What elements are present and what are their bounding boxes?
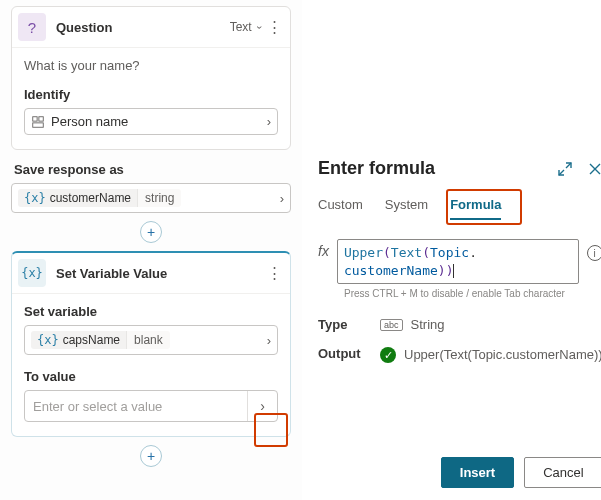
entity-icon: [31, 115, 45, 129]
question-card-header: ? Question Text › ⋮: [12, 7, 290, 48]
output-row: Output ✓ Upper(Text(Topic.customerName)): [318, 346, 601, 364]
panel-tabs: Custom System Formula: [318, 197, 601, 221]
identify-value: Person name: [51, 114, 128, 129]
output-label: Output: [318, 346, 380, 361]
svg-rect-2: [33, 122, 44, 126]
info-icon[interactable]: i: [587, 245, 601, 261]
more-menu-icon[interactable]: ⋮: [267, 264, 282, 282]
cancel-button[interactable]: Cancel: [524, 457, 601, 488]
tab-custom[interactable]: Custom: [318, 197, 363, 220]
variable-name: customerName: [50, 191, 131, 205]
panel-header-actions: [557, 161, 601, 177]
identify-entity-picker[interactable]: Person name ›: [24, 108, 278, 135]
set-variable-title: Set Variable Value: [56, 266, 267, 281]
to-value-picker-button[interactable]: ›: [247, 391, 277, 421]
formula-panel: Enter formula Custom System Formula fx U…: [302, 0, 601, 500]
tab-system[interactable]: System: [385, 197, 428, 220]
output-value: Upper(Text(Topic.customerName)): [404, 346, 601, 364]
panel-spacer: [318, 18, 601, 158]
question-node-card: ? Question Text › ⋮ What is your name? I…: [11, 6, 291, 150]
more-menu-icon[interactable]: ⋮: [267, 18, 282, 36]
insert-button[interactable]: Insert: [441, 457, 514, 488]
set-variable-label: Set variable: [24, 304, 278, 319]
type-row: Type abc String: [318, 317, 601, 332]
editor-hint: Press CTRL + M to disable / enable Tab c…: [344, 288, 601, 299]
set-variable-card-body: Set variable {x} capsName blank › To val…: [12, 294, 290, 436]
svg-rect-0: [33, 116, 37, 120]
canvas-column: ? Question Text › ⋮ What is your name? I…: [0, 0, 302, 500]
variable-icon: {x}: [24, 191, 46, 205]
token-fn: Upper: [344, 245, 383, 260]
variable-chip: {x} customerName: [18, 189, 137, 207]
question-card-body: What is your name? Identify Person name …: [12, 48, 290, 149]
expand-icon[interactable]: [557, 161, 573, 177]
to-value-input-group: ›: [24, 390, 278, 422]
token-paren: )): [438, 263, 454, 278]
save-response-label: Save response as: [12, 162, 292, 177]
token-dot: .: [469, 245, 477, 260]
to-value-input[interactable]: [25, 399, 247, 414]
chevron-down-icon: ›: [254, 25, 265, 28]
success-check-icon: ✓: [380, 347, 396, 363]
svg-rect-1: [39, 116, 43, 120]
token-id: customerName: [344, 263, 438, 278]
add-node-button[interactable]: +: [140, 221, 162, 243]
chevron-right-icon: ›: [267, 114, 271, 129]
question-type-label: Text: [230, 20, 252, 34]
panel-title: Enter formula: [318, 158, 435, 179]
chevron-right-icon: ›: [280, 191, 284, 206]
question-type-selector[interactable]: Text › ⋮: [230, 18, 282, 36]
token-paren: (: [383, 245, 391, 260]
set-variable-picker[interactable]: {x} capsName blank ›: [24, 325, 278, 355]
text-caret: [453, 264, 454, 278]
fx-icon: fx: [318, 239, 329, 259]
token-id: Topic: [430, 245, 469, 260]
panel-header: Enter formula: [318, 158, 601, 179]
question-prompt-text[interactable]: What is your name?: [24, 58, 278, 73]
variable-icon: {x}: [37, 333, 59, 347]
formula-editor-row: fx Upper(Text(Topic.customerName)) i: [318, 239, 601, 284]
variable-state-badge: blank: [126, 331, 170, 349]
formula-editor[interactable]: Upper(Text(Topic.customerName)): [337, 239, 579, 284]
variable-chip: {x} capsName: [31, 331, 126, 349]
type-value: String: [411, 317, 445, 332]
type-label: Type: [318, 317, 380, 332]
identify-label: Identify: [24, 87, 278, 102]
variable-name: capsName: [63, 333, 120, 347]
token-fn: Text: [391, 245, 422, 260]
question-card-title: Question: [56, 20, 230, 35]
to-value-label: To value: [24, 369, 278, 384]
close-icon[interactable]: [587, 161, 601, 177]
tab-formula[interactable]: Formula: [450, 197, 501, 220]
save-response-variable-picker[interactable]: {x} customerName string ›: [11, 183, 291, 213]
token-paren: (: [422, 245, 430, 260]
variable-type-badge: string: [137, 189, 181, 207]
variable-node-icon: {x}: [18, 259, 46, 287]
add-node-button[interactable]: +: [140, 445, 162, 467]
set-variable-card-header: {x} Set Variable Value ⋮: [12, 253, 290, 294]
chevron-right-icon: ›: [267, 333, 271, 348]
chevron-right-icon: ›: [260, 398, 265, 414]
question-icon: ?: [18, 13, 46, 41]
set-variable-node-card: {x} Set Variable Value ⋮ Set variable {x…: [11, 251, 291, 437]
string-type-icon: abc: [380, 319, 403, 331]
panel-button-row: Insert Cancel: [318, 437, 601, 488]
